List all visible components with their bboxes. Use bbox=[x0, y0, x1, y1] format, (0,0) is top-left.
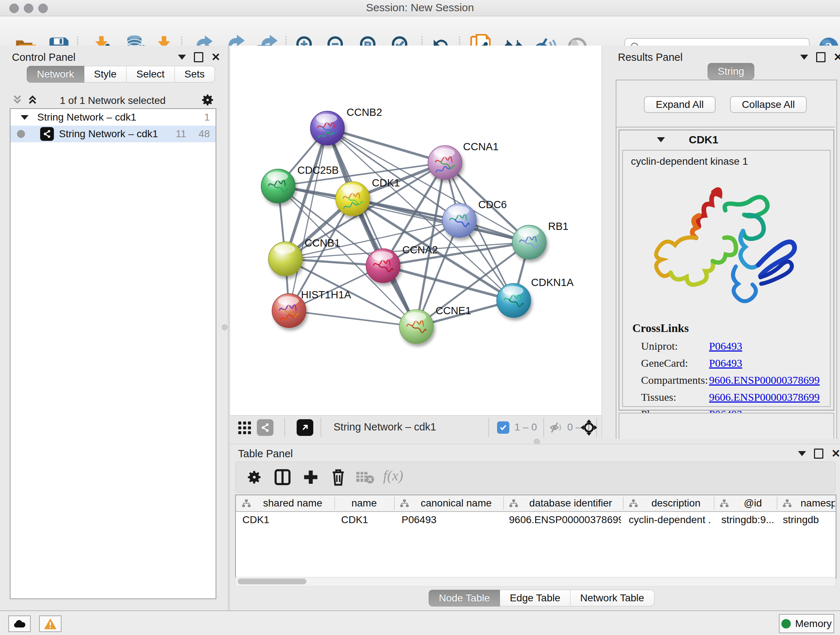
cell-database-identifier: 9606.ENSP00000378699 bbox=[509, 514, 621, 526]
function-builder-icon: f(x) bbox=[383, 467, 403, 484]
network-node-CCNB1[interactable]: CCNB1 bbox=[268, 237, 340, 276]
float-panel-icon[interactable] bbox=[178, 55, 186, 60]
close-panel-icon[interactable]: ✕ bbox=[831, 450, 840, 458]
cell-description: cyclin-dependent ... bbox=[629, 514, 712, 526]
network-canvas[interactable]: CCNB2CCNA1CDC25BCDK1CDC6RB1CCNB1CCNA2HIS… bbox=[230, 46, 602, 415]
crosslink-label: GeneCard: bbox=[641, 355, 709, 371]
tab-string[interactable]: String bbox=[707, 63, 754, 80]
network-node-RB1[interactable]: RB1 bbox=[512, 220, 568, 259]
cytoscape-window: Session: New Session bbox=[0, 0, 840, 635]
left-splitter-handle[interactable] bbox=[222, 325, 227, 330]
node-label-CCNB1: CCNB1 bbox=[305, 237, 340, 249]
results-panel-title: Results Panel bbox=[618, 51, 683, 63]
collapse-all-button[interactable]: Collapse All bbox=[730, 96, 807, 113]
pan-crosshair-icon[interactable] bbox=[580, 418, 598, 437]
cdk1-section-header[interactable]: CDK1 bbox=[619, 130, 834, 149]
undock-panel-icon[interactable] bbox=[816, 52, 826, 62]
col-database-identifier[interactable]: database identifier bbox=[503, 495, 623, 511]
memory-button[interactable]: Memory bbox=[779, 614, 834, 633]
col-name[interactable]: name bbox=[334, 495, 394, 511]
selected-counter: 1 – 0 bbox=[515, 421, 537, 433]
cloud-status-button[interactable] bbox=[8, 616, 31, 632]
table-row[interactable]: CDK1 CDK1 P06493 9606.ENSP00000378699 cy… bbox=[236, 512, 836, 528]
status-bar: Memory bbox=[0, 610, 840, 635]
crosslink-label: Compartments: bbox=[641, 371, 709, 388]
crosslinks-list: Uniprot:P06493 GeneCard:P06493 Compartme… bbox=[641, 337, 820, 423]
node-label-CCNB2: CCNB2 bbox=[347, 106, 382, 118]
tab-node-table[interactable]: Node Table bbox=[429, 590, 500, 606]
crosslink-row: GeneCard:P06493 bbox=[641, 355, 820, 371]
crosslink-row: Tissues:9606.ENSP00000378699 bbox=[641, 388, 820, 405]
show-columns-icon[interactable] bbox=[273, 468, 292, 486]
table-panel-tabs: Node Table Edge Table Network Table bbox=[429, 590, 654, 606]
network-tree: String Network – cdk1 1 String Network –… bbox=[10, 108, 216, 599]
gene-name: CDK1 bbox=[689, 134, 718, 146]
col-namespace[interactable]: namespace bbox=[777, 495, 835, 511]
memory-status-dot bbox=[782, 619, 791, 629]
close-panel-icon[interactable]: ✕ bbox=[211, 53, 220, 61]
delete-column-icon[interactable] bbox=[329, 467, 347, 487]
network-node-CCNA1[interactable]: CCNA1 bbox=[428, 141, 499, 180]
add-column-icon[interactable] bbox=[302, 468, 320, 486]
cell-canonical-name: P06493 bbox=[401, 514, 499, 526]
table-panel: Table Panel ✕ f(x) bbox=[230, 444, 840, 611]
network-node-HIST1H1A[interactable]: HIST1H1A bbox=[272, 289, 351, 328]
tab-network-table[interactable]: Network Table bbox=[570, 590, 654, 606]
selected-checkbox-icon[interactable] bbox=[497, 421, 509, 434]
node-label-RB1: RB1 bbox=[548, 220, 568, 232]
close-panel-icon[interactable]: ✕ bbox=[834, 53, 840, 61]
float-panel-icon[interactable] bbox=[800, 55, 808, 60]
crosslink-value[interactable]: 9606.ENSP00000378699 bbox=[709, 374, 820, 386]
collection-count: 1 bbox=[204, 111, 210, 123]
hidden-eye-icon[interactable] bbox=[548, 421, 564, 434]
col-description[interactable]: description bbox=[623, 495, 714, 511]
float-panel-icon[interactable] bbox=[798, 451, 806, 456]
collection-expand-icon[interactable] bbox=[21, 115, 28, 120]
table-panel-window-controls: ✕ bbox=[798, 448, 840, 459]
table-hscrollbar[interactable] bbox=[235, 577, 836, 586]
table-settings-gear-icon[interactable] bbox=[245, 468, 264, 486]
table-header-row: shared name name canonical name database… bbox=[236, 495, 836, 512]
crosslink-label: Tissues: bbox=[641, 388, 709, 405]
undock-panel-icon[interactable] bbox=[814, 448, 823, 459]
node-table: shared name name canonical name database… bbox=[235, 494, 836, 578]
results-panel-window-controls: ✕ bbox=[800, 52, 840, 62]
network-node-CDKN1A[interactable]: CDKN1A bbox=[497, 277, 574, 318]
undock-panel-icon[interactable] bbox=[194, 52, 203, 62]
tab-select[interactable]: Select bbox=[126, 66, 175, 82]
col-canonical-name[interactable]: canonical name bbox=[394, 495, 503, 511]
birds-eye-view-icon[interactable] bbox=[257, 419, 273, 436]
results-panel: Results Panel ✕ String Expand All Collap… bbox=[602, 46, 840, 439]
cell-namespace: stringdb bbox=[783, 514, 834, 526]
node-label-CDC6: CDC6 bbox=[478, 199, 507, 211]
col-id[interactable]: @id bbox=[714, 495, 777, 511]
network-node-count: 11 bbox=[176, 128, 186, 140]
tab-sets[interactable]: Sets bbox=[175, 66, 215, 82]
main-toolbar: ? bbox=[0, 16, 840, 46]
protein-structure-image[interactable] bbox=[645, 176, 800, 321]
network-type-icon bbox=[40, 127, 54, 141]
export-view-icon[interactable] bbox=[297, 419, 313, 436]
memory-label: Memory bbox=[795, 618, 832, 630]
section-collapse-icon[interactable] bbox=[657, 137, 665, 142]
crosslink-value[interactable]: P06493 bbox=[709, 357, 742, 369]
table-hscrollbar-thumb[interactable] bbox=[238, 578, 306, 584]
network-row-selected[interactable]: String Network – cdk1 11 48 bbox=[11, 126, 216, 142]
tab-edge-table[interactable]: Edge Table bbox=[500, 590, 570, 606]
navbar-separator bbox=[543, 418, 544, 437]
crosslink-value[interactable]: P06493 bbox=[709, 340, 742, 352]
expand-all-button[interactable]: Expand All bbox=[644, 96, 715, 113]
node-label-CDKN1A: CDKN1A bbox=[531, 277, 574, 288]
grid-view-icon[interactable] bbox=[237, 420, 253, 435]
network-list-header: 1 of 1 Network selected bbox=[10, 92, 216, 109]
warning-status-button[interactable] bbox=[39, 616, 62, 632]
crosslink-value[interactable]: 9606.ENSP00000378699 bbox=[709, 391, 820, 403]
network-collection-row[interactable]: String Network – cdk1 1 bbox=[11, 109, 216, 126]
network-node-CCNE1[interactable]: CCNE1 bbox=[399, 305, 471, 344]
tab-network[interactable]: Network bbox=[27, 66, 84, 82]
control-panel-window-controls: ✕ bbox=[178, 52, 220, 62]
col-shared-name[interactable]: shared name bbox=[236, 495, 334, 511]
network-options-gear-icon[interactable] bbox=[201, 93, 215, 107]
network-graph[interactable]: CCNB2CCNA1CDC25BCDK1CDC6RB1CCNB1CCNA2HIS… bbox=[230, 46, 602, 415]
tab-style[interactable]: Style bbox=[84, 66, 126, 82]
